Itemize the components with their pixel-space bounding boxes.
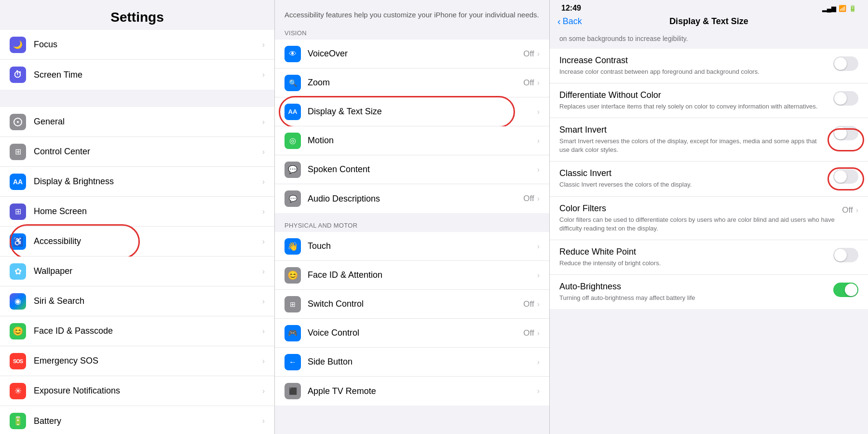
voiceover-icon: 👁 (285, 46, 301, 62)
accessibility-header: Accessibility features help you customiz… (275, 0, 549, 26)
voice-control-label: Voice Control (308, 328, 523, 338)
wallpaper-label: Wallpaper (34, 266, 262, 276)
home-screen-icon: ⊞ (10, 203, 26, 220)
increase-contrast-toggle[interactable] (833, 56, 858, 71)
settings-row-siri-search[interactable]: ◉ Siri & Search › (0, 286, 274, 316)
control-center-icon: ⊞ (10, 144, 26, 160)
focus-label: Focus (34, 40, 262, 50)
svg-point-1 (17, 121, 19, 123)
back-button[interactable]: ‹ Back (557, 16, 582, 27)
acc-row-display-text-size[interactable]: AA Display & Text Size › (275, 97, 549, 126)
status-bar: 12:49 ▂▄▆ 📶 🔋 (550, 0, 868, 14)
screen-time-label: Screen Time (34, 70, 262, 80)
back-chevron-icon: ‹ (557, 16, 561, 27)
accessibility-subtitle: Accessibility features help you customiz… (285, 10, 540, 20)
siri-icon: ◉ (10, 293, 26, 310)
acc-row-voiceover[interactable]: 👁 VoiceOver Off › (275, 40, 549, 68)
acc-row-zoom[interactable]: 🔍 Zoom Off › (275, 68, 549, 97)
display-settings-section: Increase Contrast Increase color contras… (550, 49, 868, 310)
acc-row-apple-tv-remote[interactable]: ⬛ Apple TV Remote › (275, 377, 549, 406)
settings-row-accessibility[interactable]: ♿ Accessibility › (0, 227, 274, 257)
classic-invert-toggle[interactable] (833, 169, 858, 184)
wallpaper-chevron: › (262, 267, 265, 276)
zoom-icon: 🔍 (285, 75, 301, 91)
exposure-icon: ✳ (10, 383, 26, 399)
spoken-content-icon: 💬 (285, 162, 301, 178)
touch-icon: 👋 (285, 238, 301, 255)
increase-contrast-content: Increase Contrast Increase color contras… (559, 55, 827, 76)
acc-row-face-id-attention[interactable]: 😊 Face ID & Attention › (275, 261, 549, 290)
touch-label: Touch (308, 241, 537, 251)
acc-row-switch-control[interactable]: ⊞ Switch Control Off › (275, 290, 549, 319)
panel3-content: on some backgrounds to increase legibili… (550, 31, 868, 427)
increase-contrast-desc: Increase color contrast between app fore… (559, 68, 827, 76)
reduce-white-point-toggle[interactable] (833, 248, 858, 262)
acc-row-voice-control[interactable]: 🎮 Voice Control Off › (275, 319, 549, 348)
settings-row-control-center[interactable]: ⊞ Control Center › (0, 137, 274, 167)
color-filters-control: Off › (842, 204, 858, 215)
voiceover-value: Off (523, 49, 534, 59)
differentiate-without-color-toggle[interactable] (833, 91, 858, 106)
settings-row-display-brightness[interactable]: AA Display & Brightness › (0, 167, 274, 197)
screen-time-icon: ⏱ (10, 67, 26, 83)
reduce-white-point-desc: Reduce the intensity of bright colors. (559, 259, 827, 268)
settings-row-focus[interactable]: 🌙 Focus › (0, 30, 274, 60)
classic-invert-control (833, 169, 858, 184)
zoom-value: Off (523, 78, 534, 88)
color-filters-title: Color Filters (559, 203, 836, 214)
settings-row-face-id[interactable]: 😊 Face ID & Passcode › (0, 316, 274, 346)
zoom-label: Zoom (308, 78, 523, 88)
acc-row-motion[interactable]: ◎ Motion › (275, 126, 549, 155)
side-button-label: Side Button (308, 357, 537, 367)
settings-row-home-screen[interactable]: ⊞ Home Screen › (0, 197, 274, 227)
emergency-sos-chevron: › (262, 357, 265, 366)
increase-contrast-title: Increase Contrast (559, 55, 827, 66)
control-center-chevron: › (262, 148, 265, 156)
acc-row-spoken-content[interactable]: 💬 Spoken Content › (275, 155, 549, 184)
differentiate-without-color-control (833, 91, 858, 106)
settings-row-screen-time[interactable]: ⏱ Screen Time › (0, 60, 274, 90)
vision-section-label-wrapper: VISION (275, 26, 549, 40)
emergency-sos-icon: SOS (10, 353, 26, 369)
home-screen-label: Home Screen (34, 206, 262, 217)
switch-control-label: Switch Control (308, 299, 523, 309)
auto-brightness-title: Auto-Brightness (559, 282, 827, 292)
face-id-attention-icon: 😊 (285, 267, 301, 284)
differentiate-without-color-row: Differentiate Without Color Replaces use… (550, 83, 868, 118)
settings-row-wallpaper[interactable]: ✿ Wallpaper › (0, 257, 274, 286)
exposure-label: Exposure Notifications (34, 386, 262, 396)
settings-row-general[interactable]: General › (0, 107, 274, 137)
increase-contrast-control (833, 56, 858, 71)
reduce-white-point-control (833, 248, 858, 262)
home-screen-chevron: › (262, 207, 265, 216)
reduce-white-point-title: Reduce White Point (559, 247, 827, 257)
settings-row-battery[interactable]: 🔋 Battery › (0, 406, 274, 434)
apple-tv-remote-icon: ⬛ (285, 383, 301, 399)
face-id-icon: 😊 (10, 323, 26, 339)
settings-header: Settings (0, 0, 274, 30)
audio-desc-icon: 💬 (285, 190, 301, 207)
settings-row-exposure[interactable]: ✳ Exposure Notifications › (0, 376, 274, 406)
motion-icon: ◎ (285, 133, 301, 149)
classic-invert-title: Classic Invert (559, 168, 827, 178)
screen-time-chevron: › (262, 70, 265, 79)
display-subtitle: on some backgrounds to increase legibili… (550, 31, 868, 49)
auto-brightness-content: Auto-Brightness Turning off auto-brightn… (559, 282, 827, 302)
acc-row-side-button[interactable]: ← Side Button › (275, 348, 549, 377)
classic-invert-row: Classic Invert Classic Invert reverses t… (550, 162, 868, 196)
audio-desc-label: Audio Descriptions (308, 194, 523, 204)
signal-icon: ▂▄▆ (822, 5, 836, 12)
smart-invert-toggle[interactable] (833, 126, 858, 140)
physical-section-label: PHYSICAL AND MOTOR (275, 218, 549, 232)
settings-row-emergency-sos[interactable]: SOS Emergency SOS › (0, 346, 274, 376)
motion-label: Motion (308, 136, 537, 146)
smart-invert-row: Smart Invert Smart Invert reverses the c… (550, 118, 868, 162)
classic-invert-toggle-thumb (834, 170, 847, 183)
reduce-white-point-row: Reduce White Point Reduce the intensity … (550, 240, 868, 275)
acc-row-audio-desc[interactable]: 💬 Audio Descriptions Off › (275, 184, 549, 213)
display-brightness-icon: AA (10, 174, 26, 190)
acc-row-touch[interactable]: 👋 Touch › (275, 232, 549, 261)
auto-brightness-toggle[interactable] (833, 283, 858, 297)
siri-label: Siri & Search (34, 296, 262, 306)
accessibility-panel: Accessibility features help you customiz… (275, 0, 550, 434)
